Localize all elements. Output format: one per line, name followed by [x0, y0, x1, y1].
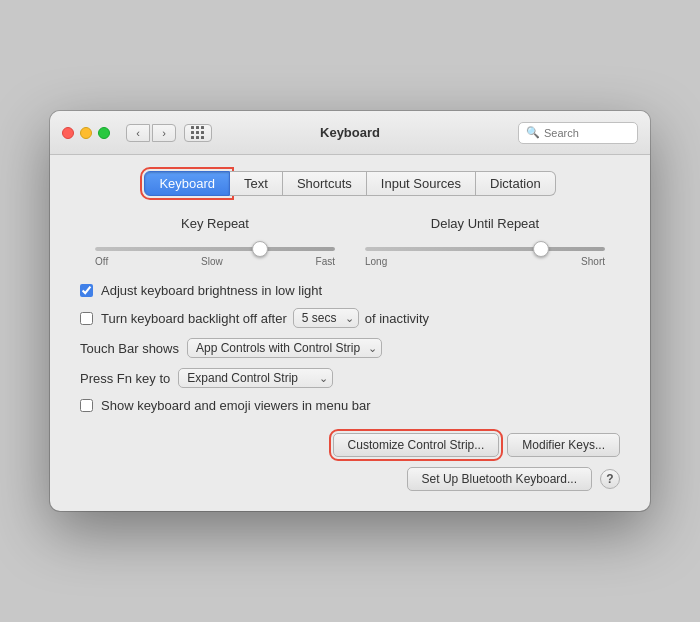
key-repeat-ticks: Off Slow Fast — [95, 256, 335, 267]
fn-key-select-wrapper: Expand Control Strip Show F1, F2, etc. K… — [178, 368, 333, 388]
customize-button[interactable]: Customize Control Strip... — [333, 433, 500, 457]
key-repeat-slider[interactable] — [95, 247, 335, 251]
brightness-row: Adjust keyboard brightness in low light — [70, 283, 630, 298]
tab-input-sources[interactable]: Input Sources — [367, 171, 476, 196]
fn-key-row: Press Fn key to Expand Control Strip Sho… — [70, 368, 630, 388]
keyboard-preferences-window: ‹ › Keyboard 🔍 Keyboard Text Shortcuts I… — [50, 111, 650, 511]
brightness-checkbox[interactable] — [80, 284, 93, 297]
key-repeat-off: Off — [95, 256, 108, 267]
bottom-row: Set Up Bluetooth Keyboard... ? — [70, 467, 630, 491]
delay-repeat-slider[interactable] — [365, 247, 605, 251]
modifier-keys-button[interactable]: Modifier Keys... — [507, 433, 620, 457]
help-button[interactable]: ? — [600, 469, 620, 489]
sliders-row: Key Repeat Off Slow Fast Delay Until Rep… — [70, 216, 630, 267]
search-input[interactable] — [544, 127, 630, 139]
tab-bar: Keyboard Text Shortcuts Input Sources Di… — [70, 171, 630, 196]
backlight-suffix: of inactivity — [365, 311, 429, 326]
tab-text[interactable]: Text — [230, 171, 283, 196]
bottom-buttons-row: Customize Control Strip... Modifier Keys… — [70, 433, 630, 457]
backlight-prefix: Turn keyboard backlight off after — [101, 311, 287, 326]
grid-icon — [191, 126, 205, 140]
emoji-viewer-label: Show keyboard and emoji viewers in menu … — [101, 398, 371, 413]
touch-bar-select-wrapper: App Controls with Control Strip App Cont… — [187, 338, 382, 358]
key-repeat-fast: Fast — [316, 256, 335, 267]
bottom-right-buttons: Customize Control Strip... Modifier Keys… — [333, 433, 620, 457]
key-repeat-group: Key Repeat Off Slow Fast — [95, 216, 335, 267]
touch-bar-label: Touch Bar shows — [80, 341, 179, 356]
window-title: Keyboard — [320, 125, 380, 140]
tab-dictation[interactable]: Dictation — [476, 171, 556, 196]
delay-long: Long — [365, 256, 387, 267]
fn-key-label: Press Fn key to — [80, 371, 170, 386]
maximize-button[interactable] — [98, 127, 110, 139]
bluetooth-keyboard-button[interactable]: Set Up Bluetooth Keyboard... — [407, 467, 592, 491]
emoji-viewer-row: Show keyboard and emoji viewers in menu … — [70, 398, 630, 413]
delay-short: Short — [581, 256, 605, 267]
search-box[interactable]: 🔍 — [518, 122, 638, 144]
touch-bar-row: Touch Bar shows App Controls with Contro… — [70, 338, 630, 358]
search-icon: 🔍 — [526, 126, 540, 139]
close-button[interactable] — [62, 127, 74, 139]
tab-shortcuts[interactable]: Shortcuts — [283, 171, 367, 196]
forward-button[interactable]: › — [152, 124, 176, 142]
backlight-duration-wrapper: 5 secs 1 min 5 mins — [293, 308, 359, 328]
minimize-button[interactable] — [80, 127, 92, 139]
touch-bar-select[interactable]: App Controls with Control Strip App Cont… — [187, 338, 382, 358]
backlight-row: Turn keyboard backlight off after 5 secs… — [70, 308, 630, 328]
titlebar: ‹ › Keyboard 🔍 — [50, 111, 650, 155]
backlight-duration-select[interactable]: 5 secs 1 min 5 mins — [293, 308, 359, 328]
key-repeat-slow: Slow — [201, 256, 223, 267]
traffic-lights — [62, 127, 110, 139]
content-area: Keyboard Text Shortcuts Input Sources Di… — [50, 155, 650, 511]
emoji-viewer-checkbox[interactable] — [80, 399, 93, 412]
nav-buttons: ‹ › — [126, 124, 176, 142]
back-button[interactable]: ‹ — [126, 124, 150, 142]
delay-repeat-group: Delay Until Repeat Long Short — [365, 216, 605, 267]
fn-key-select[interactable]: Expand Control Strip Show F1, F2, etc. K… — [178, 368, 333, 388]
grid-button[interactable] — [184, 124, 212, 142]
backlight-checkbox[interactable] — [80, 312, 93, 325]
brightness-label: Adjust keyboard brightness in low light — [101, 283, 322, 298]
tab-keyboard[interactable]: Keyboard — [144, 171, 230, 196]
delay-repeat-label: Delay Until Repeat — [365, 216, 605, 231]
delay-repeat-ticks: Long Short — [365, 256, 605, 267]
key-repeat-label: Key Repeat — [95, 216, 335, 231]
